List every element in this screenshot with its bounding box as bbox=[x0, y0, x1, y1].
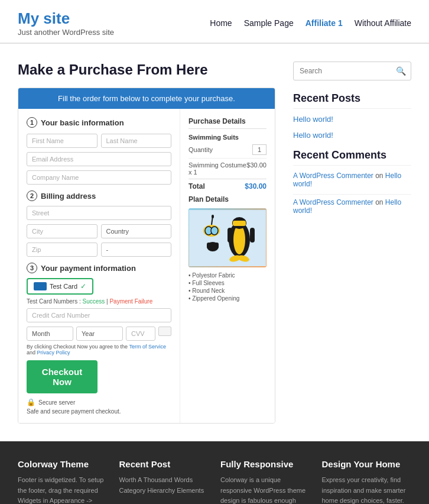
diving-gear-svg bbox=[189, 210, 266, 266]
recent-post-1[interactable]: Hello world! bbox=[293, 115, 411, 124]
footer-col-2: Recent Post Worth A Thousand Words Categ… bbox=[119, 459, 209, 504]
check-icon: ✓ bbox=[80, 282, 86, 290]
card-icon bbox=[34, 282, 47, 290]
quantity-value: 1 bbox=[252, 144, 266, 155]
footer-col4-title: Design Your Home bbox=[322, 459, 412, 469]
recent-posts-title: Recent Posts bbox=[293, 92, 411, 109]
section1-label: Your basic information bbox=[41, 118, 124, 127]
quantity-label: Quantity bbox=[188, 146, 213, 153]
product-name: Swimming Suits bbox=[188, 134, 266, 141]
country-select[interactable]: Country bbox=[101, 224, 172, 238]
footer-col2-title: Recent Post bbox=[119, 459, 209, 469]
quantity-row: Quantity 1 bbox=[188, 144, 266, 155]
form-left-panel: 1 Your basic information bbox=[18, 109, 180, 423]
terms-text: By clicking Checkout Now you agree to th… bbox=[27, 344, 171, 356]
item-label: Swimming Costume x 1 bbox=[188, 161, 246, 176]
main-nav: Home Sample Page Affiliate 1 Without Aff… bbox=[210, 18, 411, 28]
footer-col3-text: Colorway is a unique responsive WordPres… bbox=[220, 475, 310, 504]
card-number-input[interactable] bbox=[27, 308, 171, 322]
footer-col-4: Design Your Home Express your creativity… bbox=[322, 459, 412, 504]
section3-title: 3 Your payment information bbox=[27, 263, 171, 273]
site-footer: Colorway Theme Footer is widgetized. To … bbox=[0, 441, 429, 504]
section1-num: 1 bbox=[27, 117, 37, 128]
feature-1: Polyestor Fabric bbox=[188, 272, 266, 279]
section2-label: Billing address bbox=[41, 192, 96, 201]
feature-4: Zippered Opening bbox=[188, 295, 266, 302]
lock-icon: 🔒 bbox=[27, 398, 35, 406]
svg-rect-15 bbox=[207, 243, 219, 248]
email-input[interactable] bbox=[27, 152, 171, 166]
last-name-input[interactable] bbox=[101, 134, 172, 148]
comment-2-on: on bbox=[375, 198, 385, 206]
svg-rect-13 bbox=[212, 215, 214, 218]
plan-details-title: Plan Details bbox=[188, 195, 266, 203]
comment-2-author[interactable]: A WordPress Commenter bbox=[293, 198, 373, 206]
svg-rect-6 bbox=[233, 221, 246, 226]
search-icon[interactable]: 🔍 bbox=[391, 62, 411, 80]
street-input[interactable] bbox=[27, 206, 171, 220]
form-header: Fill the order form below to complete yo… bbox=[18, 88, 275, 109]
site-name: My site bbox=[18, 9, 114, 28]
svg-point-11 bbox=[211, 227, 218, 235]
section3-num: 3 bbox=[27, 263, 37, 273]
svg-rect-4 bbox=[250, 228, 255, 243]
site-header: My site Just another WordPress site Home… bbox=[0, 0, 429, 44]
payment-method-label: Test Card bbox=[50, 283, 77, 290]
page-title: Make a Purchase From Here bbox=[18, 62, 275, 78]
zip-input[interactable] bbox=[27, 243, 98, 257]
secure-label: Secure server bbox=[38, 399, 75, 406]
comment-1: A WordPress Commenter on Hello world! bbox=[293, 172, 411, 188]
company-input[interactable] bbox=[27, 170, 171, 185]
svg-point-2 bbox=[233, 225, 245, 254]
form-right-panel: Purchase Details Swimming Suits Quantity… bbox=[180, 109, 275, 423]
comment-1-on: on bbox=[375, 172, 385, 180]
nav-without-affiliate[interactable]: Without Affiliate bbox=[355, 18, 411, 28]
content-area: Make a Purchase From Here Fill the order… bbox=[18, 62, 275, 424]
footer-col3-title: Fully Responsive bbox=[220, 459, 310, 469]
failure-link[interactable]: Payment Failure bbox=[109, 298, 152, 305]
comment-1-author[interactable]: A WordPress Commenter bbox=[293, 172, 373, 180]
search-input[interactable] bbox=[294, 63, 391, 79]
search-box: 🔍 bbox=[293, 62, 411, 80]
secure-sub: Safe and secure payment checkout. bbox=[27, 408, 171, 415]
year-select[interactable]: Year bbox=[76, 327, 123, 341]
item-price: $30.00 bbox=[246, 161, 266, 176]
comment-2: A WordPress Commenter on Hello world! bbox=[293, 198, 411, 215]
test-card-info: Test Card Numbers : Success | Payment Fa… bbox=[27, 298, 171, 305]
feature-2: Full Sleeves bbox=[188, 280, 266, 286]
total-label: Total bbox=[188, 182, 205, 190]
nav-sample-page[interactable]: Sample Page bbox=[244, 18, 294, 28]
purchase-details-title: Purchase Details bbox=[188, 117, 266, 129]
plan-image bbox=[188, 208, 266, 267]
nav-home[interactable]: Home bbox=[210, 18, 232, 28]
terms-of-service-link[interactable]: Term of Service bbox=[129, 344, 166, 350]
total-row: Total $30.00 bbox=[188, 179, 266, 190]
cvv-input[interactable] bbox=[126, 327, 155, 341]
section3-label: Your payment information bbox=[41, 264, 136, 273]
footer-col4-text: Express your creativity, find inspiratio… bbox=[322, 475, 412, 504]
recent-comments-title: Recent Comments bbox=[293, 149, 411, 166]
secure-info: 🔒 Secure server bbox=[27, 398, 171, 406]
privacy-policy-link[interactable]: Privacy Policy bbox=[37, 350, 70, 356]
plan-features-list: Polyestor Fabric Full Sleeves Round Neck… bbox=[188, 272, 266, 302]
nav-affiliate1[interactable]: Affiliate 1 bbox=[306, 18, 343, 28]
section1-title: 1 Your basic information bbox=[27, 117, 171, 128]
footer-col-3: Fully Responsive Colorway is a unique re… bbox=[220, 459, 310, 504]
footer-col1-title: Colorway Theme bbox=[18, 459, 108, 469]
city-input[interactable] bbox=[27, 224, 98, 238]
feature-3: Round Neck bbox=[188, 287, 266, 294]
month-select[interactable]: Month bbox=[27, 327, 73, 341]
site-tagline: Just another WordPress site bbox=[18, 28, 114, 37]
section2-title: 2 Billing address bbox=[27, 190, 171, 201]
success-link[interactable]: Success bbox=[82, 298, 105, 305]
site-branding: My site Just another WordPress site bbox=[18, 9, 114, 37]
recent-post-2[interactable]: Hello world! bbox=[293, 131, 411, 140]
checkout-button[interactable]: Checkout Now bbox=[27, 360, 98, 393]
purchase-form: Fill the order form below to complete yo… bbox=[18, 88, 275, 424]
total-price: $30.00 bbox=[245, 182, 266, 190]
footer-col-1: Colorway Theme Footer is widgetized. To … bbox=[18, 459, 108, 504]
dash-select[interactable]: - bbox=[101, 243, 172, 257]
payment-method-selector[interactable]: Test Card ✓ bbox=[27, 278, 93, 295]
cvv-icon bbox=[158, 327, 171, 336]
first-name-input[interactable] bbox=[27, 134, 98, 148]
